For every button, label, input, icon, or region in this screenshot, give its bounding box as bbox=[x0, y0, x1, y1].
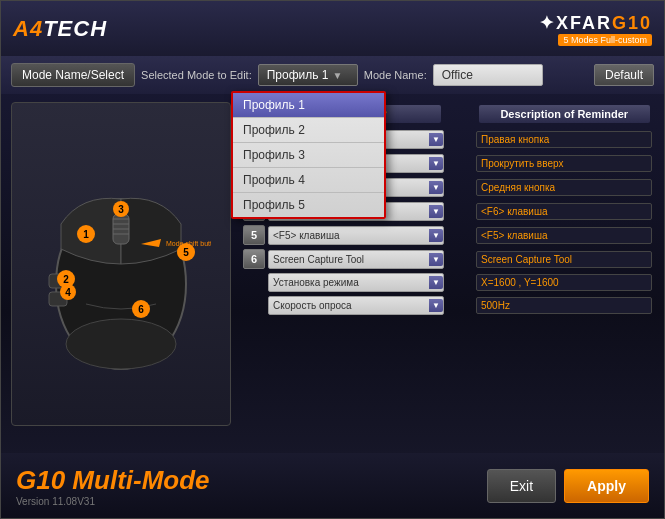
svg-text:5: 5 bbox=[183, 247, 189, 258]
reminder-value-5: <F5> клавиша bbox=[476, 227, 652, 244]
def-arrow-icon-4: ▼ bbox=[429, 205, 443, 218]
dropdown-item-5[interactable]: Профиль 5 bbox=[233, 193, 384, 217]
def-arrow-icon-6: ▼ bbox=[429, 253, 443, 266]
mouse-area: 1 2 3 4 5 6 bbox=[11, 102, 231, 426]
mode-name-label: Mode Name: bbox=[364, 69, 427, 81]
footer-brand: G10 Multi-Mode Version 11.08V31 bbox=[16, 465, 487, 507]
svg-text:6: 6 bbox=[138, 304, 144, 315]
svg-text:1: 1 bbox=[83, 229, 89, 240]
polling-rate-dropdown[interactable]: Скорость опроса ▼ bbox=[268, 296, 444, 315]
svg-text:2: 2 bbox=[63, 274, 69, 285]
xfar-logo: ✦XFARG10 5 Modes Full-custom bbox=[539, 12, 652, 46]
row-number: 5 bbox=[243, 225, 265, 245]
reminder-value-4: <F6> клавиша bbox=[476, 203, 652, 220]
extra-row-hz: Скорость опроса ▼ 500Hz bbox=[241, 295, 654, 316]
svg-text:3: 3 bbox=[118, 204, 124, 215]
dropdown-item-2[interactable]: Профиль 2 bbox=[233, 118, 384, 143]
footer-buttons: Exit Apply bbox=[487, 469, 649, 503]
extra-row-coords: Установка режима ▼ X=1600 , Y=1600 bbox=[241, 272, 654, 293]
exit-button[interactable]: Exit bbox=[487, 469, 556, 503]
reminder-value-2: Прокрутить вверх bbox=[476, 155, 652, 172]
mode-setup-dropdown[interactable]: Установка режима ▼ bbox=[268, 273, 444, 292]
def-arrow-icon-3: ▼ bbox=[429, 181, 443, 194]
def-dropdown-5[interactable]: <F5> клавиша ▼ bbox=[268, 226, 444, 245]
polling-rate-arrow-icon: ▼ bbox=[429, 299, 443, 312]
xfar-g10: G10 bbox=[612, 13, 652, 33]
dropdown-arrow-icon: ▼ bbox=[333, 70, 343, 81]
default-button[interactable]: Default bbox=[594, 64, 654, 86]
selected-mode-label: Selected Mode to Edit: bbox=[141, 69, 252, 81]
dropdown-item-4[interactable]: Профиль 4 bbox=[233, 168, 384, 193]
header: A4TECH ✦XFARG10 5 Modes Full-custom bbox=[1, 1, 664, 56]
def-arrow-icon-5: ▼ bbox=[429, 229, 443, 242]
def-value-5: <F5> клавиша bbox=[273, 230, 340, 241]
footer-title: G10 Multi-Mode bbox=[16, 465, 487, 496]
reminder-value-3: Средняя кнопка bbox=[476, 179, 652, 196]
coords-value: X=1600 , Y=1600 bbox=[476, 274, 652, 291]
mode-name-select-label: Mode Name/Select bbox=[11, 63, 135, 87]
polling-rate-label: Скорость опроса bbox=[273, 300, 352, 311]
def-arrow-icon-1: ▼ bbox=[429, 133, 443, 146]
table-row: 5 <F5> клавиша ▼ <F5> клавиша bbox=[241, 224, 654, 246]
svg-point-8 bbox=[66, 319, 176, 369]
profile-dropdown[interactable]: Профиль 1 ▼ bbox=[258, 64, 358, 86]
dropdown-item-3[interactable]: Профиль 3 bbox=[233, 143, 384, 168]
table-row: 6 Screen Capture Tool ▼ Screen Capture T… bbox=[241, 248, 654, 270]
profile-dropdown-menu: Профиль 1 Профиль 2 Профиль 3 Профиль 4 … bbox=[231, 91, 386, 219]
mode-setup-label: Установка режима bbox=[273, 277, 359, 288]
mode-bar: Mode Name/Select Selected Mode to Edit: … bbox=[1, 56, 664, 94]
mode-setup-arrow-icon: ▼ bbox=[429, 276, 443, 289]
def-value-6: Screen Capture Tool bbox=[273, 254, 364, 265]
def-arrow-icon-2: ▼ bbox=[429, 157, 443, 170]
svg-text:Mode shift button: Mode shift button bbox=[166, 240, 211, 247]
def-dropdown-6[interactable]: Screen Capture Tool ▼ bbox=[268, 250, 444, 269]
a4tech-logo: A4TECH bbox=[13, 16, 107, 42]
svg-text:4: 4 bbox=[65, 287, 71, 298]
apply-button[interactable]: Apply bbox=[564, 469, 649, 503]
profile-current: Профиль 1 bbox=[267, 68, 329, 82]
row-number: 6 bbox=[243, 249, 265, 269]
footer-version: Version 11.08V31 bbox=[16, 496, 487, 507]
dropdown-item-1[interactable]: Профиль 1 bbox=[233, 93, 384, 118]
app-window: A4TECH ✦XFARG10 5 Modes Full-custom Mode… bbox=[0, 0, 665, 519]
mode-name-input[interactable] bbox=[433, 64, 543, 86]
xfar-subtitle: 5 Modes Full-custom bbox=[558, 34, 652, 46]
footer: G10 Multi-Mode Version 11.08V31 Exit App… bbox=[1, 453, 664, 518]
reminder-value-6: Screen Capture Tool bbox=[476, 251, 652, 268]
mouse-image: 1 2 3 4 5 6 bbox=[31, 144, 211, 384]
xfar-title: ✦XFARG10 bbox=[539, 12, 652, 34]
hz-value: 500Hz bbox=[476, 297, 652, 314]
mouse-svg: 1 2 3 4 5 6 bbox=[31, 144, 211, 384]
description-header: Description of Reminder bbox=[479, 105, 651, 123]
reminder-value-1: Правая кнопка bbox=[476, 131, 652, 148]
